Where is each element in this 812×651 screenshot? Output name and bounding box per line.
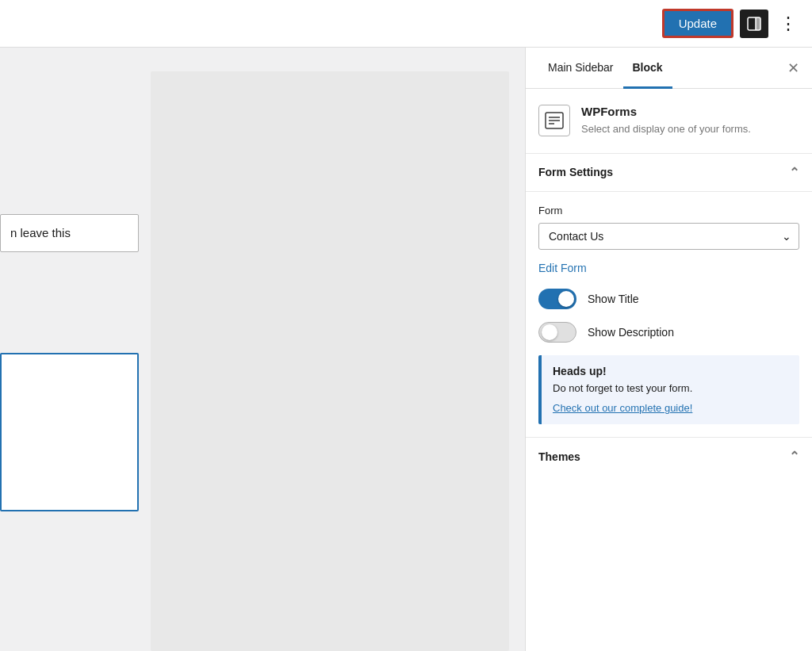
themes-chevron-icon: ⌃ <box>789 449 799 464</box>
show-description-label: Show Description <box>588 326 674 339</box>
form-settings-header[interactable]: Form Settings ⌃ <box>526 154 812 192</box>
block-text: WPForms Select and display one of your f… <box>581 105 751 137</box>
blue-outline-block <box>0 353 139 511</box>
show-title-label: Show Title <box>588 293 639 305</box>
text-block-content: n leave this <box>10 226 71 239</box>
form-settings-label: Form Settings <box>538 166 613 178</box>
block-info: WPForms Select and display one of your f… <box>526 89 812 154</box>
block-desc: Select and display one of your forms. <box>581 121 751 137</box>
form-field-label: Form <box>538 205 799 216</box>
notice-title: Heads up! <box>553 365 788 377</box>
form-settings-section: Form Settings ⌃ Form Contact Us Newslett… <box>526 154 812 438</box>
show-title-thumb <box>558 291 574 307</box>
more-options-button[interactable]: ⋮ <box>775 10 802 37</box>
wpforms-svg-icon <box>545 112 564 129</box>
edit-form-link[interactable]: Edit Form <box>538 262 587 274</box>
chevron-up-icon: ⌃ <box>789 165 799 180</box>
show-title-row: Show Title <box>538 289 799 309</box>
tab-main-sidebar[interactable]: Main Sidebar <box>538 48 623 89</box>
block-title: WPForms <box>581 105 751 118</box>
main-content-area: n leave this <box>0 48 525 651</box>
sidebar-tabs: Main Sidebar Block ✕ <box>526 48 812 89</box>
dots-icon: ⋮ <box>779 13 798 34</box>
form-select-wrapper: Contact Us Newsletter Support ⌄ <box>538 223 799 250</box>
content-panel <box>151 71 509 651</box>
form-select[interactable]: Contact Us Newsletter Support <box>538 223 799 250</box>
notice-link[interactable]: Check out our complete guide! <box>553 402 692 414</box>
svg-rect-1 <box>756 17 760 30</box>
tab-block[interactable]: Block <box>623 48 672 89</box>
show-title-toggle[interactable] <box>538 289 576 309</box>
show-description-row: Show Description <box>538 322 799 343</box>
sidebar-icon <box>746 16 762 32</box>
sidebar-close-button[interactable]: ✕ <box>781 56 806 80</box>
themes-label: Themes <box>538 450 580 463</box>
show-description-toggle[interactable] <box>538 322 576 343</box>
themes-section-header[interactable]: Themes ⌃ <box>526 438 812 475</box>
update-button[interactable]: Update <box>662 9 733 38</box>
text-block: n leave this <box>0 214 139 252</box>
top-bar: Update ⋮ <box>0 0 812 48</box>
sidebar-toggle-button[interactable] <box>740 10 768 38</box>
wpforms-icon <box>538 105 570 136</box>
show-description-thumb <box>542 324 557 340</box>
settings-body: Form Contact Us Newsletter Support ⌄ Edi… <box>526 192 812 438</box>
notice-box: Heads up! Do not forget to test your for… <box>538 355 799 425</box>
right-sidebar: Main Sidebar Block ✕ WPForms Select and … <box>525 48 812 651</box>
notice-text: Do not forget to test your form. <box>553 381 788 396</box>
